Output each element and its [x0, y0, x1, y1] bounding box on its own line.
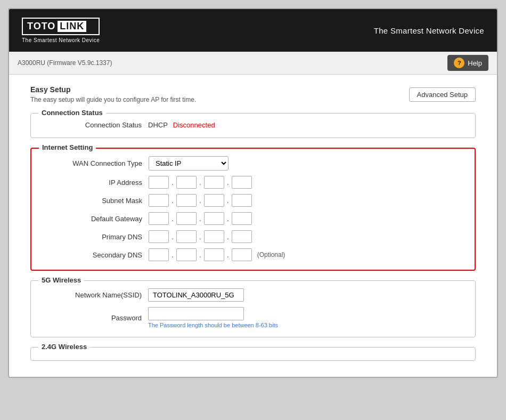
optional-label: (Optional) [257, 251, 285, 259]
primary-dns-dot-2: . [199, 232, 201, 241]
gateway-value: . . . [149, 212, 252, 225]
gateway-dot-2: . [199, 214, 201, 223]
subnet-octet-4[interactable] [232, 194, 252, 207]
gateway-label: Default Gateway [42, 215, 149, 223]
ip-address-label: IP Address [42, 179, 149, 187]
logo-tagline: The Smartest Network Device [22, 37, 100, 43]
connection-status-row: Connection Status DHCP Disconnected [42, 121, 464, 129]
primary-dns-dot-1: . [172, 232, 174, 241]
gateway-octet-3[interactable] [204, 212, 224, 225]
password-hint: The Password length should be between 8-… [148, 322, 278, 328]
logo-box: TOTO LINK The Smartest Network Device [22, 18, 100, 43]
secondary-dns-octet-4[interactable] [232, 248, 252, 261]
primary-dns-label: Primary DNS [42, 233, 149, 241]
subnet-dot-1: . [172, 196, 174, 205]
logo-toto: TOTO [27, 21, 55, 32]
ssid-value [148, 288, 244, 302]
primary-dns-octet-4[interactable] [232, 230, 252, 243]
gateway-row: Default Gateway . . . [42, 212, 464, 225]
internet-setting-section: Internet Setting WAN Connection Type Sta… [30, 148, 476, 271]
easy-setup-section: Easy Setup The easy setup will guide you… [30, 85, 476, 103]
logo-link: LINK [58, 21, 86, 32]
toolbar: A3000RU (Firmware V5.9c.1337) ? Help [9, 52, 497, 75]
secondary-dns-dot-2: . [199, 251, 201, 259]
password-input[interactable] [148, 307, 244, 320]
subnet-octet-2[interactable] [176, 194, 197, 207]
secondary-dns-dot-3: . [227, 251, 229, 259]
wan-type-select[interactable]: Static IP DHCP PPPoE [149, 156, 228, 171]
wireless-24g-legend: 2.4G Wireless [38, 343, 90, 351]
easy-setup-desc: The easy setup will guide you to configu… [30, 96, 196, 103]
ip-octet-3[interactable] [204, 176, 224, 189]
gateway-octet-4[interactable] [232, 212, 252, 225]
gateway-octet-2[interactable] [176, 212, 197, 225]
ip-dot-1: . [172, 178, 174, 187]
wan-type-value: Static IP DHCP PPPoE [149, 156, 228, 171]
ip-address-value: . . . [149, 176, 252, 189]
primary-dns-row: Primary DNS . . . [42, 230, 464, 243]
password-label: Password [42, 314, 148, 322]
ip-address-row: IP Address . . . [42, 176, 464, 189]
help-label: Help [468, 59, 482, 67]
main-content: Easy Setup The easy setup will guide you… [9, 75, 497, 377]
secondary-dns-octet-3[interactable] [204, 248, 224, 261]
password-row: Password The Password length should be b… [42, 307, 464, 328]
secondary-dns-label: Secondary DNS [42, 251, 149, 259]
help-icon: ? [454, 58, 464, 68]
internet-setting-legend: Internet Setting [39, 143, 96, 151]
wireless-5g-legend: 5G Wireless [38, 276, 84, 284]
wan-type-row: WAN Connection Type Static IP DHCP PPPoE [42, 156, 464, 171]
subnet-mask-value: . . . [149, 194, 252, 207]
ip-dot-3: . [227, 178, 229, 187]
gateway-dot-1: . [172, 214, 174, 223]
ip-octet-1[interactable] [149, 176, 169, 189]
ip-dot-2: . [199, 178, 201, 187]
help-button[interactable]: ? Help [447, 55, 488, 71]
secondary-dns-octet-2[interactable] [176, 248, 197, 261]
easy-setup-text: Easy Setup The easy setup will guide you… [30, 85, 196, 103]
header-slogan: The Smartest Network Device [374, 26, 484, 35]
primary-dns-octet-2[interactable] [176, 230, 197, 243]
subnet-mask-row: Subnet Mask . . . [42, 194, 464, 207]
main-frame: TOTO LINK The Smartest Network Device Th… [8, 8, 498, 378]
header: TOTO LINK The Smartest Network Device Th… [9, 9, 497, 52]
password-wrap: The Password length should be between 8-… [148, 307, 278, 328]
subnet-dot-2: . [199, 196, 201, 205]
wireless-5g-section: 5G Wireless Network Name(SSID) Password … [30, 280, 476, 337]
connection-status-section: Connection Status Connection Status DHCP… [30, 113, 476, 138]
connection-status-label: Connection Status [42, 121, 148, 129]
logo-brand: TOTO LINK [22, 18, 100, 35]
ssid-row: Network Name(SSID) [42, 288, 464, 302]
gateway-octet-1[interactable] [149, 212, 169, 225]
easy-setup-row: Easy Setup The easy setup will guide you… [30, 85, 476, 103]
wireless-24g-section: 2.4G Wireless [30, 347, 476, 361]
firmware-info: A3000RU (Firmware V5.9c.1337) [18, 59, 112, 67]
subnet-octet-1[interactable] [149, 194, 169, 207]
ssid-input[interactable] [148, 288, 244, 302]
connection-type: DHCP [148, 121, 168, 129]
secondary-dns-dot-1: . [172, 251, 174, 259]
secondary-dns-value: . . . (Optional) [149, 248, 285, 261]
primary-dns-octet-1[interactable] [149, 230, 169, 243]
wan-type-label: WAN Connection Type [42, 159, 149, 167]
primary-dns-dot-3: . [227, 232, 229, 241]
connection-status-text: Disconnected [173, 121, 215, 129]
primary-dns-value: . . . [149, 230, 252, 243]
subnet-octet-3[interactable] [204, 194, 224, 207]
easy-setup-title: Easy Setup [30, 85, 196, 94]
gateway-dot-3: . [227, 214, 229, 223]
ip-octet-2[interactable] [176, 176, 197, 189]
secondary-dns-row: Secondary DNS . . . (Optional) [42, 248, 464, 261]
primary-dns-octet-3[interactable] [204, 230, 224, 243]
connection-status-value: DHCP Disconnected [148, 121, 215, 129]
secondary-dns-octet-1[interactable] [149, 248, 169, 261]
ip-octet-4[interactable] [232, 176, 252, 189]
advanced-setup-button[interactable]: Advanced Setup [409, 87, 476, 102]
subnet-mask-label: Subnet Mask [42, 197, 149, 205]
connection-status-legend: Connection Status [38, 109, 106, 117]
ssid-label: Network Name(SSID) [42, 291, 148, 299]
subnet-dot-3: . [227, 196, 229, 205]
